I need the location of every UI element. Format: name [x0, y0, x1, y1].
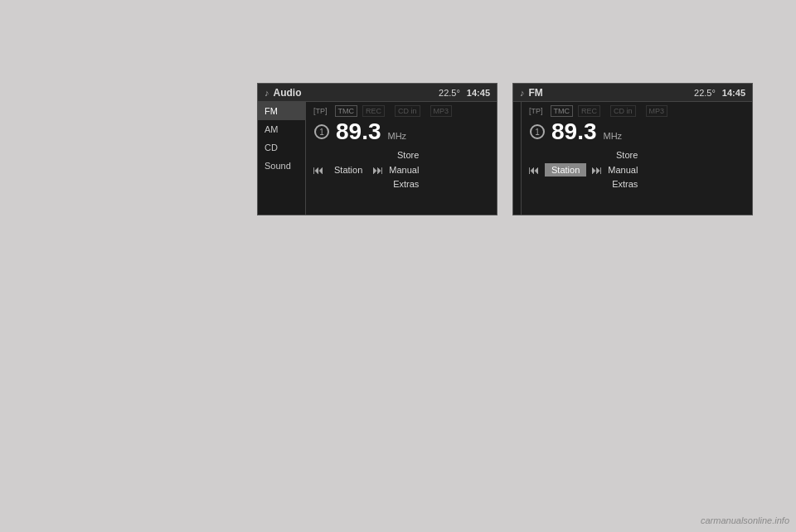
screen2-title: FM: [529, 87, 543, 99]
status2-cdin: CD in: [610, 105, 636, 117]
screen2-frequency-row: 1 89.3 MHz: [527, 120, 747, 143]
sidebar-item-fm[interactable]: FM: [258, 102, 305, 120]
screen2-sidebar-thin: [513, 102, 522, 215]
screen2-next-btn[interactable]: ⏭: [591, 163, 603, 177]
music-icon2: ♪: [520, 88, 525, 98]
status-rec: REC: [362, 105, 385, 117]
screen1-station-label[interactable]: Station: [329, 163, 367, 177]
screen2-time: 14:45: [722, 88, 745, 98]
screen1: ♪ Audio 22.5° 14:45 FM AM CD Sound [TP] …: [257, 83, 498, 215]
sidebar-item-am[interactable]: AM: [258, 120, 305, 138]
screen1-frequency-row: 1 89.3 MHz: [311, 120, 492, 143]
sidebar-item-sound[interactable]: Sound: [258, 157, 305, 175]
watermark: carmanualsonline.info: [701, 515, 789, 525]
screen1-controls-options: ⏮ Station ⏭ Store Manual Extras: [311, 148, 492, 192]
screen1-controls: ⏮ Station ⏭ Store Manual Extras: [311, 148, 419, 192]
screen1-frequency: 89.3: [336, 120, 381, 143]
screen2-extras[interactable]: Extras: [612, 177, 638, 192]
screen2-frequency: 89.3: [551, 120, 597, 143]
screen1-time: 14:45: [467, 88, 490, 98]
screen1-manual[interactable]: Manual: [389, 163, 419, 178]
screen2-station-label[interactable]: Station: [545, 163, 586, 177]
screen2: ♪ FM 22.5° 14:45 [TP] TMC REC CD in MP3: [512, 83, 753, 215]
screen2-status-bar: [TP] TMC REC CD in MP3: [527, 105, 747, 117]
screen2-store[interactable]: Store: [616, 148, 638, 163]
screen2-freq-unit: MHz: [604, 131, 623, 141]
status2-rec: REC: [578, 105, 600, 117]
music-icon: ♪: [265, 88, 269, 98]
screen1-prev-btn[interactable]: ⏮: [313, 163, 324, 177]
screen1-freq-unit: MHz: [388, 131, 407, 141]
screen1-body: FM AM CD Sound [TP] TMC REC CD in MP3 1: [258, 102, 497, 215]
screen2-temp: 22.5°: [694, 88, 716, 98]
screen1-extras[interactable]: Extras: [393, 177, 419, 192]
status2-mp3: MP3: [646, 105, 668, 117]
screen1-next-btn[interactable]: ⏭: [372, 163, 384, 177]
screen1-main: [TP] TMC REC CD in MP3 1 89.3 MHz: [306, 102, 497, 215]
status-tmc: TMC: [335, 105, 358, 117]
screen1-sidebar: FM AM CD Sound: [258, 102, 306, 215]
screen2-main: [TP] TMC REC CD in MP3 1 89.3 MHz: [522, 102, 752, 215]
screen1-header: ♪ Audio 22.5° 14:45: [258, 84, 497, 102]
screen2-controls-options: ⏮ Station ⏭ Store Manual Extras: [527, 148, 747, 192]
screen1-right-options: Store Manual Extras: [389, 148, 419, 192]
status-tp: [TP]: [311, 106, 330, 116]
screen1-status-bar: [TP] TMC REC CD in MP3: [311, 105, 492, 117]
screen2-header: ♪ FM 22.5° 14:45: [513, 84, 752, 102]
sidebar-item-cd[interactable]: CD: [258, 138, 305, 157]
screen1-store[interactable]: Store: [397, 148, 419, 163]
screen1-channel-num: 1: [314, 124, 329, 139]
screen2-manual[interactable]: Manual: [608, 163, 638, 178]
screen2-body: [TP] TMC REC CD in MP3 1 89.3 MHz: [513, 102, 752, 215]
status2-tp: [TP]: [527, 106, 546, 116]
screen1-title: Audio: [274, 87, 302, 99]
screen2-controls: ⏮ Station ⏭ Store Manual Extras: [527, 148, 638, 192]
screen2-channel-num: 1: [530, 124, 545, 139]
status-cdin: CD in: [395, 105, 420, 117]
screen2-prev-btn[interactable]: ⏮: [528, 163, 540, 177]
status2-tmc: TMC: [551, 105, 574, 117]
status-mp3: MP3: [430, 105, 453, 117]
screen2-right-options: Store Manual Extras: [608, 148, 638, 192]
screen1-temp: 22.5°: [439, 88, 460, 98]
